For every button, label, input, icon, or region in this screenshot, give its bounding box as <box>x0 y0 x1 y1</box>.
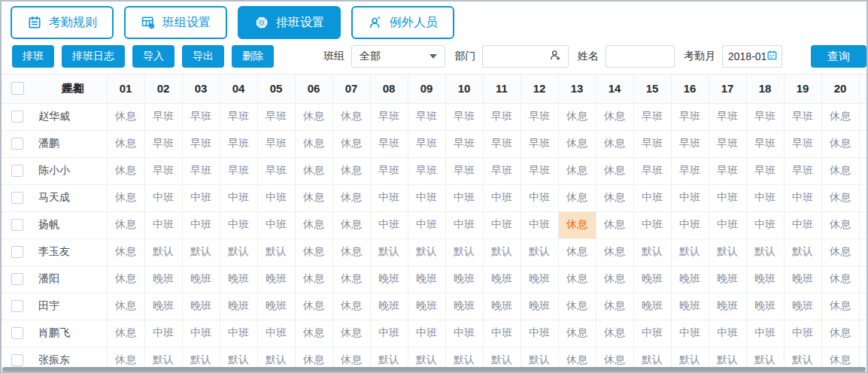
row-checkbox[interactable] <box>11 138 23 150</box>
shift-cell[interactable]: 晚班 <box>784 293 821 320</box>
shift-cell[interactable]: 早班 <box>220 130 257 157</box>
shift-cell[interactable]: 休息 <box>821 320 859 347</box>
shift-cell[interactable]: 休息 <box>821 184 859 211</box>
shift-cell[interactable]: 早班 <box>746 157 784 184</box>
person-add-icon[interactable] <box>548 48 562 65</box>
shift-cell[interactable]: 早班 <box>483 157 520 184</box>
import-button[interactable]: 导入 <box>132 45 175 68</box>
shift-cell[interactable]: 默认 <box>257 238 295 265</box>
shift-cell[interactable]: 晚班 <box>144 265 182 293</box>
shift-cell[interactable]: 晚班 <box>520 265 558 293</box>
shift-cell[interactable]: 休息 <box>596 265 633 293</box>
shift-cell[interactable]: 中班 <box>633 320 671 347</box>
shift-cell[interactable]: 晚班 <box>633 293 671 320</box>
shift-cell[interactable]: 晚班 <box>370 265 408 293</box>
row-checkbox[interactable] <box>11 219 23 231</box>
shift-cell[interactable]: 早班 <box>144 157 182 184</box>
shift-cell[interactable]: 默认 <box>520 238 558 265</box>
shift-cell[interactable]: 默认 <box>633 238 671 265</box>
dept-input[interactable] <box>489 50 548 63</box>
shift-cell[interactable]: 晚班 <box>483 265 520 293</box>
shift-cell[interactable]: 早班 <box>257 103 295 130</box>
shift-cell[interactable]: 休息 <box>558 157 596 184</box>
shift-cell[interactable]: 早班 <box>144 130 182 157</box>
shift-cell[interactable]: 早班 <box>671 157 709 184</box>
shift-cell[interactable]: 中班 <box>257 184 295 211</box>
shift-cell[interactable]: 早班 <box>633 157 671 184</box>
shift-cell[interactable]: 晚班 <box>257 265 295 293</box>
shift-cell[interactable]: 早班 <box>370 103 408 130</box>
shift-cell[interactable]: 休息 <box>821 293 859 320</box>
shift-cell[interactable]: 默认 <box>709 238 746 265</box>
shift-cell[interactable]: 中班 <box>182 211 220 238</box>
shift-cell[interactable]: 休息 <box>295 238 332 265</box>
shift-cell[interactable]: 早班 <box>370 130 408 157</box>
shift-cell[interactable]: 中班 <box>671 184 709 211</box>
row-checkbox[interactable] <box>11 246 23 258</box>
shift-cell[interactable]: 休息 <box>332 238 370 265</box>
shift-cell[interactable]: 中班 <box>182 320 220 347</box>
shift-cell[interactable]: 早班 <box>370 157 408 184</box>
shift-cell[interactable]: 默认 <box>483 238 520 265</box>
shift-cell[interactable]: 休息 <box>332 293 370 320</box>
shift-cell[interactable]: 中班 <box>144 184 182 211</box>
shift-cell[interactable]: 休息 <box>596 320 633 347</box>
row-checkbox[interactable] <box>11 192 23 204</box>
shift-cell[interactable]: 中班 <box>220 184 257 211</box>
shift-cell[interactable]: 早班 <box>483 103 520 130</box>
shift-cell[interactable]: 休息 <box>332 265 370 293</box>
shift-cell[interactable]: 晚班 <box>746 265 784 293</box>
shift-cell[interactable]: 中班 <box>370 320 408 347</box>
shift-cell[interactable]: 休息 <box>107 211 144 238</box>
shift-cell[interactable]: 中班 <box>408 184 445 211</box>
shift-cell[interactable]: 中班 <box>182 184 220 211</box>
shift-cell[interactable]: 早班 <box>784 157 821 184</box>
shift-cell[interactable]: 休息 <box>295 184 332 211</box>
shift-cell[interactable]: 早班 <box>633 130 671 157</box>
shift-cell[interactable]: 中班 <box>746 184 784 211</box>
shift-cell[interactable]: 早班 <box>220 157 257 184</box>
shift-cell[interactable]: 默认 <box>370 238 408 265</box>
team-select[interactable]: 全部 <box>351 45 445 68</box>
shift-cell[interactable]: 中班 <box>483 320 520 347</box>
shift-cell[interactable]: 晚班 <box>709 293 746 320</box>
shift-cell[interactable]: 中班 <box>709 320 746 347</box>
shift-cell[interactable]: 晚班 <box>257 293 295 320</box>
shift-cell[interactable]: 中班 <box>220 320 257 347</box>
shift-cell[interactable]: 晚班 <box>633 265 671 293</box>
shift-cell[interactable]: 中班 <box>445 184 483 211</box>
row-checkbox[interactable] <box>11 354 23 366</box>
shift-cell[interactable]: 休息 <box>558 130 596 157</box>
shift-cell[interactable]: 晚班 <box>483 293 520 320</box>
shift-cell[interactable]: 早班 <box>784 103 821 130</box>
shift-cell[interactable]: 休息 <box>295 293 332 320</box>
shift-cell[interactable]: 休息 <box>558 103 596 130</box>
shift-cell[interactable]: 中班 <box>445 211 483 238</box>
shift-cell[interactable]: 晚班 <box>220 293 257 320</box>
shift-cell[interactable]: 中班 <box>520 184 558 211</box>
shift-cell[interactable]: 中班 <box>408 320 445 347</box>
shift-cell[interactable]: 早班 <box>784 130 821 157</box>
shift-cell[interactable]: 晚班 <box>746 293 784 320</box>
shift-cell[interactable]: 休息 <box>558 320 596 347</box>
month-picker[interactable]: 2018-01 <box>722 45 782 68</box>
shift-cell[interactable]: 早班 <box>709 130 746 157</box>
shift-cell[interactable]: 早班 <box>709 103 746 130</box>
shift-cell[interactable]: 休息 <box>558 293 596 320</box>
shift-cell[interactable]: 中班 <box>784 184 821 211</box>
shift-cell[interactable]: 早班 <box>746 103 784 130</box>
shift-cell[interactable]: 早班 <box>408 103 445 130</box>
shift-cell[interactable]: 晚班 <box>671 265 709 293</box>
shift-cell[interactable]: 休息 <box>558 184 596 211</box>
shift-cell[interactable]: 休息 <box>107 103 144 130</box>
shift-cell[interactable]: 休息 <box>295 103 332 130</box>
search-button[interactable]: 查询 <box>811 45 866 68</box>
shift-cell[interactable]: 中班 <box>520 320 558 347</box>
shift-cell[interactable]: 早班 <box>709 157 746 184</box>
shift-cell[interactable]: 晚班 <box>182 293 220 320</box>
shift-cell[interactable]: 中班 <box>220 211 257 238</box>
shift-cell[interactable]: 休息 <box>558 265 596 293</box>
shift-cell[interactable]: 早班 <box>408 130 445 157</box>
shift-cell[interactable]: 早班 <box>257 130 295 157</box>
shift-cell[interactable]: 早班 <box>220 103 257 130</box>
